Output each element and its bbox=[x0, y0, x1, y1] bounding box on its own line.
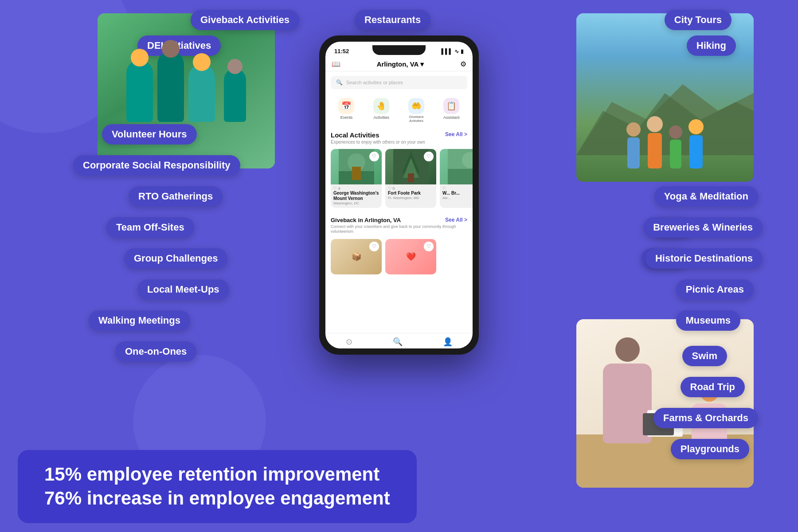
activities-icon: 🤚 bbox=[376, 101, 386, 111]
stat-banner: 15% employee retention improvement 76% i… bbox=[18, 450, 417, 523]
search-bar[interactable]: 🔍 Search activities or places bbox=[331, 76, 467, 89]
card-third[interactable]: ♡ ♡ W... Br... Ale... bbox=[440, 149, 473, 208]
phone-notch bbox=[372, 45, 426, 55]
nav-giveback[interactable]: 🤲 GivebackActivities bbox=[408, 98, 424, 123]
heart-giveback-2[interactable]: ♡ bbox=[424, 242, 434, 251]
nav-events-label: Events bbox=[340, 115, 353, 120]
giveback-icon: 🤲 bbox=[411, 101, 421, 111]
tag-museums: Museums bbox=[676, 310, 740, 331]
tag-breweries: Breweries & Wineries bbox=[643, 217, 763, 238]
search-icon: 🔍 bbox=[336, 79, 343, 86]
wifi-icon: ∿ bbox=[454, 48, 459, 55]
card-ftfoote[interactable]: ♡ ♡ 0 Fort Foote Park Ft. Washington, MD bbox=[385, 149, 436, 208]
stat-line-1: 15% employee retention improvement bbox=[44, 462, 390, 487]
tag-local-meetups: Local Meet-Ups bbox=[137, 279, 229, 300]
app-header: 📖 Arlington, VA ▾ ⚙ bbox=[325, 57, 473, 71]
likes-third: ♡ bbox=[442, 186, 473, 191]
location-text: Arlington, VA bbox=[377, 60, 419, 68]
loc-ftfoote: Ft. Washington, MD bbox=[388, 196, 434, 200]
search-placeholder: Search activities or places bbox=[346, 80, 403, 85]
name-third: W... Br... bbox=[442, 191, 473, 196]
heart-ftfoote[interactable]: ♡ bbox=[424, 152, 434, 161]
name-gwmv: George Washington's Mount Vernon bbox=[333, 191, 379, 201]
tag-group-challenges: Group Challenges bbox=[124, 248, 227, 269]
nav-assistant[interactable]: 📋 Assistant bbox=[443, 98, 460, 123]
phone-screen: 11:52 ▌▌▌ ∿ ▮ 📖 Arlington, VA ▾ ⚙ 🔍 Sear… bbox=[325, 42, 473, 348]
bottom-bar: ⊙ 🔍 👤 bbox=[325, 333, 473, 348]
loc-third: Ale... bbox=[442, 196, 473, 200]
nav-activities[interactable]: 🤚 Activities bbox=[373, 98, 389, 123]
tag-historic: Historic Destinations bbox=[645, 248, 763, 269]
nav-assistant-label: Assistant bbox=[443, 115, 460, 120]
assistant-icon: 📋 bbox=[446, 101, 456, 111]
location-selector[interactable]: Arlington, VA ▾ bbox=[377, 60, 424, 68]
loc-gwmv: Washington, DC bbox=[333, 201, 379, 205]
svg-rect-5 bbox=[352, 167, 361, 180]
tag-city-tours: City Tours bbox=[665, 10, 732, 30]
tag-hiking: Hiking bbox=[687, 35, 736, 56]
page-container: { "page": { "bg_color": "#5a55d2" }, "ta… bbox=[0, 0, 798, 532]
tag-rto: RTO Gatherings bbox=[129, 186, 223, 207]
battery-icon: ▮ bbox=[461, 48, 464, 55]
phone-mockup: 11:52 ▌▌▌ ∿ ▮ 📖 Arlington, VA ▾ ⚙ 🔍 Sear… bbox=[319, 35, 479, 355]
home-tab[interactable]: ⊙ bbox=[346, 337, 352, 347]
tag-restaurants: Restaurants bbox=[355, 10, 430, 30]
local-activities-title: Local Activities bbox=[331, 131, 379, 139]
signal-icon: ▌▌▌ bbox=[441, 48, 453, 55]
nav-icons: 📅 Events 🤚 Activities 🤲 GivebackActiviti… bbox=[325, 94, 473, 128]
filter-icon[interactable]: ⚙ bbox=[460, 60, 466, 68]
book-icon: 📖 bbox=[332, 60, 340, 68]
local-activities-header: Local Activities See All > bbox=[325, 128, 473, 140]
tag-road-trip: Road Trip bbox=[681, 377, 745, 397]
activity-cards: ♡ ♡ 4 George Washington's Mount Vernon W… bbox=[325, 147, 473, 210]
stat-line-2: 76% increase in employee engagement bbox=[44, 486, 390, 511]
tag-one-on-ones: One-on-Ones bbox=[115, 341, 196, 362]
search-tab[interactable]: 🔍 bbox=[393, 337, 403, 347]
tag-playgrounds: Playgrounds bbox=[671, 439, 749, 459]
tag-picnic: Picnic Areas bbox=[676, 279, 754, 300]
likes-gwmv: ♡ 4 bbox=[333, 186, 379, 191]
name-ftfoote: Fort Foote Park bbox=[388, 191, 434, 196]
tag-corporate-social: Corporate Social Responsibility bbox=[73, 155, 240, 176]
svg-rect-9 bbox=[408, 173, 414, 182]
giveback-cards: 📦 ♡ ❤️ ♡ bbox=[325, 237, 473, 276]
nav-giveback-label: GivebackActivities bbox=[409, 115, 423, 123]
tag-swim: Swim bbox=[682, 346, 727, 366]
tag-farms: Farms & Orchards bbox=[653, 408, 758, 428]
giveback-title: Giveback in Arlington, VA bbox=[331, 217, 401, 223]
svg-rect-11 bbox=[448, 169, 473, 184]
heart-giveback-1[interactable]: ♡ bbox=[369, 242, 379, 251]
card-gwmv[interactable]: ♡ ♡ 4 George Washington's Mount Vernon W… bbox=[331, 149, 382, 208]
likes-ftfoote: ♡ 0 bbox=[388, 186, 434, 191]
card-img-third bbox=[440, 149, 473, 184]
nav-events[interactable]: 📅 Events bbox=[338, 98, 354, 123]
nav-activities-label: Activities bbox=[374, 115, 390, 120]
giveback-card-2[interactable]: ❤️ ♡ bbox=[385, 239, 436, 274]
time: 11:52 bbox=[334, 48, 349, 55]
status-icons: ▌▌▌ ∿ ▮ bbox=[441, 48, 464, 55]
parent-child-photo bbox=[576, 319, 754, 488]
giveback-header: Giveback in Arlington, VA See All > bbox=[325, 213, 473, 224]
events-icon: 📅 bbox=[341, 101, 351, 111]
heart-gwmv[interactable]: ♡ bbox=[369, 152, 379, 161]
tag-giveback-activities: Giveback Activities bbox=[191, 10, 299, 30]
giveback-sub: Connect with your coworkers and give bac… bbox=[325, 224, 473, 237]
giveback-card-1[interactable]: 📦 ♡ bbox=[331, 239, 382, 274]
tag-yoga: Yoga & Meditation bbox=[654, 186, 758, 207]
dropdown-arrow: ▾ bbox=[420, 60, 424, 68]
tag-team-offsites: Team Off-Sites bbox=[106, 217, 194, 238]
see-all-local[interactable]: See All > bbox=[445, 131, 467, 137]
tag-walking-meetings: Walking Meetings bbox=[89, 310, 190, 331]
see-all-giveback[interactable]: See All > bbox=[445, 217, 467, 223]
avatar-tab[interactable]: 👤 bbox=[443, 337, 453, 347]
local-activities-sub: Experiences to enjoy with others or on y… bbox=[325, 140, 473, 147]
